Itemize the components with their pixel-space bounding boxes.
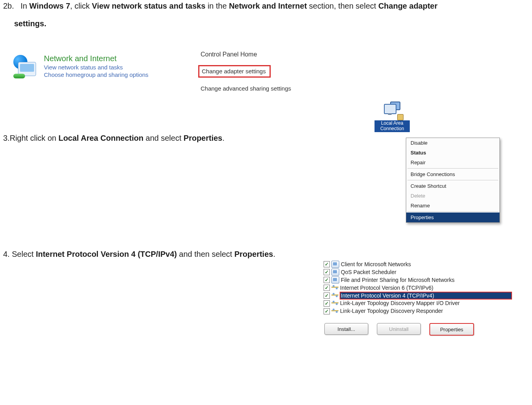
connection-item-label: File and Printer Sharing for Microsoft N…	[341, 276, 512, 284]
step-4-row: 4. Select Internet Protocol Version 4 (T…	[3, 236, 527, 336]
connection-item-label: Client for Microsoft Networks	[341, 261, 512, 268]
context-menu-item-properties[interactable]: Properties	[406, 212, 499, 222]
connection-item[interactable]: ✓QoS Packet Scheduler	[324, 269, 512, 276]
context-menu-item-delete: Delete	[406, 191, 499, 201]
lac-label-line1: Local Area	[381, 120, 404, 126]
lac-label-line2: Connection	[380, 126, 404, 131]
step-2b-screenshots: Network and Internet View network status…	[13, 44, 527, 106]
connection-item-label: Internet Protocol Version 6 (TCP/IPv6)	[340, 284, 512, 292]
connection-item[interactable]: ✓Client for Microsoft Networks	[324, 261, 512, 269]
install-button[interactable]: Install...	[324, 323, 368, 335]
change-adapter-settings-link-text: Change adapter settings	[198, 65, 271, 78]
step-4-bold1: Internet Protocol Version 4 (TCP/IPv4)	[36, 250, 177, 258]
view-network-status-link[interactable]: View network status and tasks	[44, 64, 148, 71]
step-2b-mid2: in the	[205, 2, 229, 10]
step-2b-number: 2b.	[3, 2, 14, 10]
connection-item-label: QoS Packet Scheduler	[341, 269, 512, 276]
context-menu-screenshot: Local Area Connection DisableStatusRepai…	[367, 106, 512, 236]
service-icon	[331, 276, 339, 283]
service-icon	[331, 261, 339, 268]
checkbox-icon[interactable]: ✓	[324, 292, 330, 299]
context-menu-separator	[407, 168, 498, 169]
network-and-internet-heading[interactable]: Network and Internet	[44, 54, 148, 63]
checkbox-icon[interactable]: ✓	[324, 285, 330, 291]
step-3-mid1: and select	[143, 134, 183, 142]
context-menu: DisableStatusRepairBridge ConnectionsCre…	[406, 138, 500, 223]
connection-item[interactable]: ✓Internet Protocol Version 6 (TCP/IPv6)	[324, 284, 512, 292]
checkbox-icon[interactable]: ✓	[324, 269, 330, 275]
protocol-icon	[331, 300, 338, 307]
checkbox-icon[interactable]: ✓	[324, 277, 330, 283]
connection-items-list: ✓Client for Microsoft Networks✓QoS Packe…	[324, 261, 512, 315]
connection-items-panel: ✓Client for Microsoft Networks✓QoS Packe…	[324, 261, 512, 336]
connection-item-label: Link-Layer Topology Discovery Responder	[340, 307, 512, 315]
protocol-icon	[331, 285, 338, 291]
network-and-internet-icon	[13, 54, 37, 78]
step-2b-bold2: View network status and tasks	[92, 2, 206, 10]
step-4-prefix: Select	[10, 250, 36, 258]
step-2b-prefix: In	[20, 2, 29, 10]
connection-item[interactable]: ✓Link-Layer Topology Discovery Responder	[324, 307, 512, 315]
step-2b-bold3: Network and Internet	[229, 2, 307, 10]
connection-item[interactable]: ✓File and Printer Sharing for Microsoft …	[324, 276, 512, 284]
protocol-icon	[331, 308, 338, 314]
context-menu-item-create-shortcut[interactable]: Create Shortcut	[406, 181, 499, 191]
properties-button[interactable]: Properties	[429, 323, 474, 336]
step-3-row: 3.Right click on Local Area Connection a…	[3, 106, 527, 236]
local-area-connection-label: Local Area Connection	[375, 120, 410, 132]
change-advanced-sharing-link[interactable]: Change advanced sharing settings	[201, 85, 293, 93]
connection-items-button-row: Install... Uninstall Properties	[324, 323, 512, 336]
step-2b-line2: settings.	[14, 19, 527, 28]
checkbox-icon[interactable]: ✓	[324, 300, 330, 307]
context-menu-item-repair[interactable]: Repair	[406, 158, 499, 167]
context-menu-item-disable[interactable]: Disable	[406, 138, 499, 148]
step-3-text: 3.Right click on Local Area Connection a…	[3, 133, 367, 143]
context-menu-separator	[407, 211, 498, 212]
connection-item-label: Link-Layer Topology Discovery Mapper I/O…	[340, 300, 512, 307]
step-4-suffix: .	[273, 250, 275, 258]
step-2b-bold4: Change adapter	[378, 2, 438, 10]
connection-item[interactable]: ✓Internet Protocol Version 4 (TCP/IPv4)	[324, 292, 512, 300]
step-3-suffix: .	[223, 134, 225, 142]
protocol-icon	[331, 292, 338, 299]
context-menu-item-rename[interactable]: Rename	[406, 201, 499, 211]
connection-item-label: Internet Protocol Version 4 (TCP/IPv4)	[340, 292, 512, 300]
change-adapter-settings-link[interactable]: Change adapter settings	[201, 65, 293, 81]
step-3-bold2: Properties	[184, 134, 223, 142]
control-panel-home-label[interactable]: Control Panel Home	[201, 51, 293, 58]
context-menu-item-status[interactable]: Status	[406, 148, 499, 158]
step-4-number: 4.	[3, 250, 10, 258]
step-2b-bold1: Windows 7	[29, 2, 70, 10]
network-and-internet-text: Network and Internet View network status…	[44, 54, 148, 78]
control-panel-sidebar: Control Panel Home Change adapter settin…	[193, 44, 299, 106]
context-menu-separator	[407, 180, 498, 180]
local-area-connection-icon[interactable]: Local Area Connection	[375, 102, 410, 132]
uninstall-button[interactable]: Uninstall	[377, 323, 421, 335]
network-and-internet-panel: Network and Internet View network status…	[13, 54, 169, 78]
step-3-prefix: Right click on	[10, 134, 59, 142]
step-3-number: 3.	[3, 134, 10, 142]
step-2b-mid3: section, then select	[307, 2, 378, 10]
checkbox-icon[interactable]: ✓	[324, 308, 330, 314]
context-menu-item-bridge-connections[interactable]: Bridge Connections	[406, 169, 499, 179]
checkbox-icon[interactable]: ✓	[324, 261, 330, 267]
step-2b-text: 2b. In Windows 7, click View network sta…	[3, 1, 527, 11]
step-2b-mid1: , click	[70, 2, 92, 10]
step-4-text: 4. Select Internet Protocol Version 4 (T…	[3, 249, 324, 260]
service-icon	[331, 269, 339, 276]
step-4-mid1: and then select	[177, 250, 234, 258]
choose-homegroup-link[interactable]: Choose homegroup and sharing options	[44, 71, 148, 78]
connection-item[interactable]: ✓Link-Layer Topology Discovery Mapper I/…	[324, 300, 512, 307]
step-3-bold1: Local Area Connection	[58, 134, 143, 142]
step-4-bold2: Properties	[234, 250, 273, 258]
